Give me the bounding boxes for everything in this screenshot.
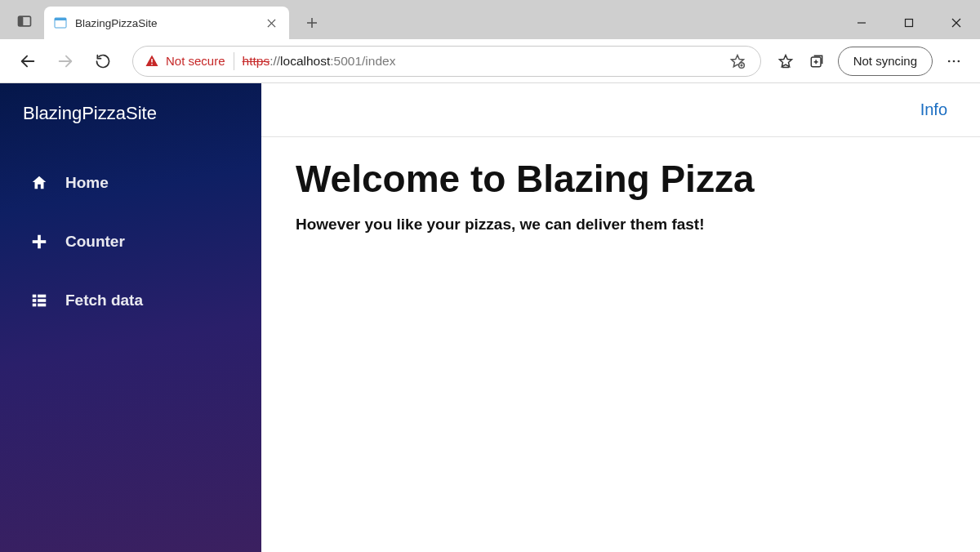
- svg-rect-30: [33, 295, 37, 298]
- url-text: https :// localhost :5001 /index: [243, 54, 396, 69]
- address-divider: [234, 52, 234, 70]
- toolbar-right: Not syncing: [771, 47, 969, 76]
- page-heading: Welcome to Blazing Pizza: [296, 157, 946, 201]
- back-button[interactable]: [11, 45, 44, 78]
- svg-rect-15: [151, 64, 153, 65]
- svg-rect-29: [33, 240, 47, 243]
- close-window-button[interactable]: [933, 7, 980, 39]
- svg-rect-34: [33, 304, 37, 307]
- warning-icon: [145, 54, 159, 69]
- svg-point-26: [953, 60, 956, 62]
- url-scheme: https: [243, 54, 270, 69]
- svg-rect-3: [55, 18, 66, 20]
- content-topbar: Info: [261, 83, 980, 137]
- favicon-icon: [54, 16, 67, 29]
- settings-menu-icon[interactable]: [939, 47, 969, 76]
- sidebar-item-label: Home: [65, 174, 109, 192]
- refresh-button[interactable]: [87, 45, 119, 78]
- page-star-icon[interactable]: [723, 47, 752, 76]
- svg-point-25: [948, 60, 951, 62]
- minimize-button[interactable]: [838, 7, 885, 39]
- home-icon: [29, 173, 49, 193]
- sidebar-item-label: Counter: [65, 233, 125, 251]
- browser-toolbar: Not secure https :// localhost :5001 /in…: [0, 39, 980, 83]
- url-host: localhost: [280, 54, 330, 69]
- sync-button[interactable]: Not syncing: [838, 47, 933, 76]
- sidebar-item-fetchdata[interactable]: Fetch data: [0, 271, 261, 330]
- main-area: Info Welcome to Blazing Pizza However yo…: [261, 83, 980, 552]
- browser-tab[interactable]: BlazingPizzaSite: [44, 7, 289, 39]
- svg-rect-1: [19, 16, 24, 26]
- brand-title: BlazingPizzaSite: [0, 83, 261, 149]
- tab-actions-icon[interactable]: [13, 10, 36, 33]
- sidebar-item-home[interactable]: Home: [0, 154, 261, 212]
- svg-point-27: [958, 60, 960, 62]
- sidebar-item-counter[interactable]: Counter: [0, 212, 261, 271]
- svg-marker-20: [779, 55, 791, 66]
- page-content: Welcome to Blazing Pizza However you lik…: [261, 137, 980, 253]
- page-subtext: However you like your pizzas, we can del…: [296, 216, 946, 234]
- svg-rect-14: [151, 59, 153, 63]
- svg-rect-9: [906, 20, 913, 27]
- window-controls: [838, 7, 980, 39]
- not-secure-label: Not secure: [166, 54, 225, 68]
- title-bar: BlazingPizzaSite: [0, 0, 980, 39]
- tab-close-icon[interactable]: [263, 15, 279, 31]
- url-scheme-sep: ://: [270, 54, 280, 69]
- svg-rect-33: [38, 299, 46, 302]
- sidebar-nav: Home Counter Fetch data: [0, 149, 261, 330]
- sync-label: Not syncing: [853, 54, 917, 68]
- list-icon: [29, 291, 49, 310]
- address-bar[interactable]: Not secure https :// localhost :5001 /in…: [132, 46, 761, 77]
- info-link[interactable]: Info: [920, 100, 947, 119]
- maximize-button[interactable]: [885, 7, 933, 39]
- sidebar-item-label: Fetch data: [65, 292, 143, 309]
- url-path: /index: [362, 54, 395, 69]
- url-port: :5001: [330, 54, 362, 69]
- security-badge[interactable]: Not secure: [145, 54, 225, 69]
- new-tab-button[interactable]: [297, 8, 327, 38]
- tab-strip: BlazingPizzaSite: [8, 0, 838, 39]
- collections-icon[interactable]: [802, 47, 831, 76]
- svg-rect-31: [38, 295, 46, 298]
- forward-button[interactable]: [49, 45, 82, 78]
- plus-icon: [29, 232, 49, 252]
- app-root: BlazingPizzaSite Home Counter: [0, 83, 980, 552]
- svg-rect-35: [38, 304, 46, 307]
- sidebar: BlazingPizzaSite Home Counter: [0, 83, 261, 552]
- tab-title: BlazingPizzaSite: [75, 17, 255, 29]
- favorites-icon[interactable]: [771, 47, 800, 76]
- svg-rect-32: [33, 299, 37, 302]
- browser-chrome: BlazingPizzaSite: [0, 0, 980, 83]
